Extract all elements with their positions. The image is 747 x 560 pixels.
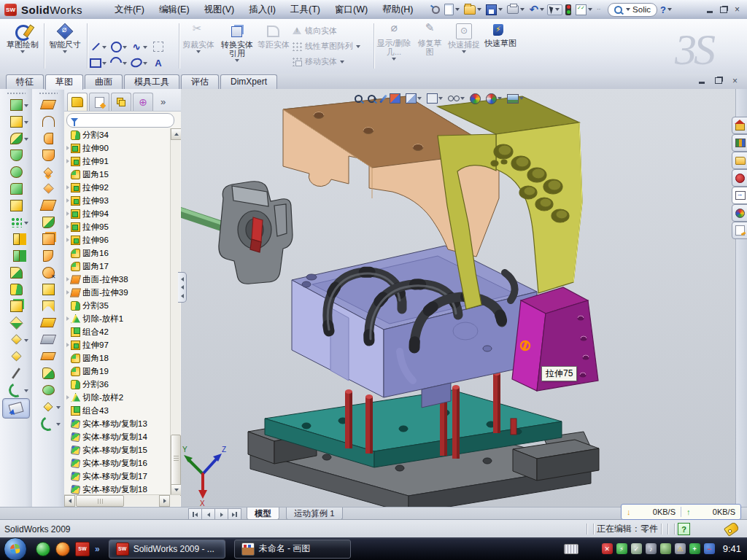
tree-item-combine42[interactable]: 组合42 [64,325,171,338]
reference-point-icon[interactable] [3,331,29,348]
doc-close-button[interactable]: × [729,75,741,86]
surface-sweep-icon[interactable] [35,130,61,147]
tree-item-extrude91[interactable]: 拉伸91 [64,155,171,168]
minimize-button[interactable] [703,4,716,15]
move-copy-body-icon[interactable] [3,314,29,331]
tree-item-extrude97[interactable]: 拉伸97 [64,338,171,351]
tab-model[interactable]: 模型 [247,508,279,520]
tree-item-movecopy14[interactable]: 实体-移动/复制14 [64,430,171,443]
taskbar-item-solidworks[interactable]: SW SolidWorks 2009 - ... [109,540,225,559]
tree-item-extrude92[interactable]: 拉伸92 [64,181,171,194]
surface-delete-icon[interactable] [35,331,61,348]
quick-tips-icon[interactable]: ? [678,523,690,535]
tree-item-extrude90[interactable]: 拉伸90 [64,141,171,155]
convert-entities-button[interactable]: 转换实体引用 [218,22,256,70]
start-button[interactable] [4,537,27,560]
tray-health-icon[interactable]: + [689,543,700,554]
search-input[interactable]: Solic [632,5,651,14]
mirror-feature-icon[interactable] [3,247,29,264]
wrap-icon[interactable] [3,197,29,214]
menu-insert[interactable]: 插入(I) [241,1,283,18]
tab-mold-tools[interactable]: 模具工具 [124,74,179,89]
search-dropdown-icon[interactable] [626,8,630,11]
tree-item-movecopy15[interactable]: 实体-移动/复制15 [64,443,171,456]
tree-item-split34[interactable]: 分割34 [64,128,171,141]
surface-untrim-icon[interactable]: ✕ [35,264,61,281]
taskbar-clock[interactable]: 9:41 [723,543,741,554]
surface-thicken-icon[interactable] [35,365,61,381]
shell-icon[interactable] [3,180,29,197]
tree-item-surface-extrude38[interactable]: 曲面-拉伸38 [64,273,171,286]
tab-features[interactable]: 特征 [6,74,44,89]
tree-item-cutloft2[interactable]: 切除-放样2 [64,391,171,404]
tab-motion-study[interactable]: 运动算例 1 [286,508,343,520]
tree-item-fillet17[interactable]: 圆角17 [64,260,171,273]
combine-icon[interactable] [3,298,29,314]
undo-button[interactable]: ↶ [527,2,546,17]
split-icon[interactable] [3,281,29,298]
scroll-right-button[interactable] [159,495,170,507]
tree-item-movecopy13[interactable]: 实体-移动/复制13 [64,417,171,430]
circle-tool[interactable] [110,41,122,52]
quicklaunch-app-icon[interactable] [55,542,70,556]
input-method-icon[interactable] [564,544,578,554]
surface-ruled-icon[interactable] [35,314,61,331]
surface-offset-icon[interactable] [35,214,61,230]
view-settings-icon[interactable] [507,94,524,104]
surface-boundary-icon[interactable] [35,163,61,180]
rapid-sketch-button[interactable]: 快速草图 [484,22,516,70]
tree-filter-input[interactable] [66,113,174,128]
view-orientation-icon[interactable] [406,93,422,104]
menu-edit[interactable]: 编辑(E) [152,1,197,18]
tree-item-split36[interactable]: 分割36 [64,378,171,391]
line-tool[interactable] [90,41,101,52]
doc-minimize-button[interactable] [695,75,708,86]
tray-sync-blocked-icon[interactable]: − [704,543,715,554]
tab-sw-search[interactable] [732,169,747,187]
surface-trim-icon[interactable] [35,247,61,264]
linear-pattern-icon[interactable] [3,214,29,230]
surface-replace-icon[interactable] [35,348,61,365]
apply-scene-icon[interactable] [486,93,502,104]
open-document-button[interactable] [462,2,483,17]
tree-item-cutloft1[interactable]: 切除-放样1 [64,312,171,325]
pin-icon[interactable] [430,2,441,17]
tree-item-extrude95[interactable]: 拉伸95 [64,220,171,233]
hide-show-items-icon[interactable] [448,96,465,101]
sketch-text-tool[interactable]: A [152,57,164,69]
edit-appearance-icon[interactable] [470,93,481,104]
surface-cylinder-icon[interactable] [35,381,61,398]
close-button[interactable]: × [730,4,744,15]
tree-item-extrude94[interactable]: 拉伸94 [64,207,171,220]
tray-antivirus-icon[interactable]: ⚡ [616,543,627,554]
toolbar-grip[interactable] [7,92,26,95]
surface-curve-icon[interactable] [35,415,61,432]
tree-item-split35[interactable]: 分割35 [64,299,171,312]
tab-evaluate[interactable]: 评估 [181,74,219,89]
doc-restore-button[interactable] [712,75,724,86]
section-view-icon[interactable] [390,93,400,104]
swept-boss-icon[interactable] [3,163,29,180]
tree-horizontal-scrollbar[interactable] [64,494,180,506]
select-tool-button[interactable] [547,4,562,15]
tree-item-fillet15[interactable]: 圆角15 [64,168,171,181]
quicklaunch-solidworks-icon[interactable]: SW [75,542,90,556]
rib-icon[interactable] [3,230,29,247]
tray-network-warning-icon[interactable]: ⚠ [675,543,686,554]
revolved-boss-icon[interactable] [3,147,29,163]
tray-security-alert-icon[interactable]: ✕ [602,543,613,554]
save-button[interactable] [484,2,504,17]
tree-item-extrude93[interactable]: 拉伸93 [64,194,171,207]
surface-planar-icon[interactable] [35,197,61,214]
menu-view[interactable]: 视图(V) [197,1,242,18]
search-box[interactable]: Solic [608,3,657,17]
extruded-boss-icon[interactable] [3,96,29,113]
surface-extrude-icon[interactable] [35,96,61,113]
surface-fill-icon[interactable] [35,180,61,197]
zoom-to-area-icon[interactable]: + [368,95,377,103]
scroll-thumb[interactable] [171,435,181,486]
menu-tools[interactable]: 工具(T) [283,1,328,18]
taskbar-item-paint[interactable]: 未命名 - 画图 [234,540,351,559]
scroll-left-button[interactable] [64,495,75,507]
tray-volume-icon[interactable]: ♪ [646,543,657,554]
